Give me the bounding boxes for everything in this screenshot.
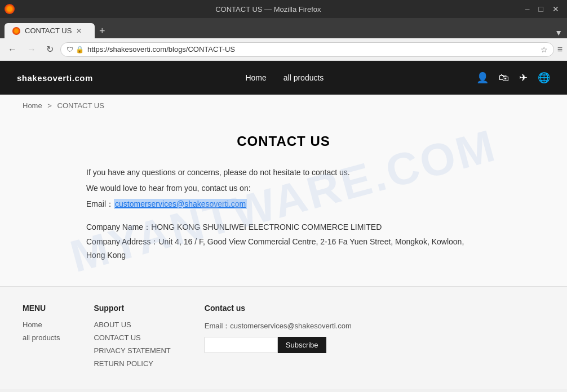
footer-support-title: Support: [94, 304, 170, 313]
breadcrumb-current: CONTACT US: [57, 101, 104, 110]
footer-privacy-link[interactable]: PRIVACY STATEMENT: [94, 346, 170, 355]
subscribe-row: Subscribe: [205, 337, 352, 353]
maximize-button[interactable]: □: [535, 3, 547, 15]
company-name-value: HONG KONG SHUNLIWEI ELECTRONIC COMMERCE …: [151, 222, 382, 231]
lock-icon: 🔒: [76, 46, 84, 54]
breadcrumb-home-link[interactable]: Home: [23, 101, 42, 110]
site-header: shakesoverti.com Home all products 👤 🛍 ✈…: [0, 61, 567, 95]
footer-menu-home[interactable]: Home: [23, 320, 60, 329]
website: shakesoverti.com Home all products 👤 🛍 ✈…: [0, 61, 567, 389]
new-tab-button[interactable]: +: [95, 25, 110, 37]
url-display[interactable]: https://shakesoverti.com/blogs/CONTACT-U…: [87, 45, 537, 54]
shield-icon: 🛡: [67, 46, 73, 54]
main-content: CONTACT US If you have any questions or …: [0, 117, 567, 286]
company-name-line: Company Name：HONG KONG SHUNLIWEI ELECTRO…: [86, 221, 481, 234]
footer-return-link[interactable]: RETURN POLICY: [94, 359, 170, 368]
page-title: CONTACT US: [23, 133, 544, 149]
bookmark-star-icon[interactable]: ☆: [541, 45, 548, 54]
footer-contact-title: Contact us: [205, 304, 352, 313]
email-value-link[interactable]: customerservices@shakesoverti.com: [114, 199, 247, 209]
footer-about-link[interactable]: ABOUT US: [94, 320, 170, 329]
breadcrumb: Home > CONTACT US: [0, 95, 567, 117]
site-footer: MENU Home all products Support ABOUT US …: [0, 286, 567, 389]
firefox-icon: [5, 4, 15, 14]
nav-products-link[interactable]: all products: [284, 73, 324, 82]
footer-contact-col: Contact us Email：customerservices@shakes…: [205, 304, 352, 372]
address-bar[interactable]: 🛡 🔒 https://shakesoverti.com/blogs/CONTA…: [60, 42, 554, 57]
contact-body: If you have any questions or concerns, p…: [86, 166, 481, 262]
company-block: Company Name：HONG KONG SHUNLIWEI ELECTRO…: [86, 221, 481, 262]
bag-icon[interactable]: 🛍: [499, 72, 509, 84]
nav-bar: ← → ↻ 🛡 🔒 https://shakesoverti.com/blogs…: [0, 38, 567, 61]
window-controls[interactable]: – □ ✕: [522, 3, 562, 15]
globe-icon[interactable]: 🌐: [538, 72, 550, 84]
email-label: Email：: [86, 199, 114, 208]
footer-email-label: Email：: [205, 322, 231, 330]
tab-bar: CONTACT US ✕ + ▼: [0, 18, 567, 38]
footer-support-col: Support ABOUT US CONTACT US PRIVACY STAT…: [94, 304, 170, 372]
footer-menu-title: MENU: [23, 304, 60, 313]
tab-favicon: [12, 27, 20, 35]
subscribe-button[interactable]: Subscribe: [278, 337, 326, 353]
tab-overflow-button[interactable]: ▼: [555, 28, 562, 37]
site-nav: Home all products: [245, 73, 324, 82]
browser-menu-button[interactable]: ≡: [557, 44, 562, 55]
main-content-area: MYANTWARE.COM CONTACT US If you have any…: [0, 117, 567, 286]
footer-menu-col: MENU Home all products: [23, 304, 60, 372]
nav-home-link[interactable]: Home: [245, 73, 266, 82]
breadcrumb-separator: >: [47, 101, 52, 110]
header-icons: 👤 🛍 ✈ 🌐: [476, 72, 550, 84]
close-button[interactable]: ✕: [549, 3, 562, 15]
active-tab[interactable]: CONTACT US ✕: [5, 23, 95, 38]
share-icon[interactable]: ✈: [519, 72, 528, 84]
reload-button[interactable]: ↻: [43, 43, 57, 56]
subscribe-input[interactable]: [205, 337, 278, 353]
email-line: Email：customerservices@shakesoverti.com: [86, 198, 481, 211]
tab-close-button[interactable]: ✕: [76, 27, 82, 35]
company-address-label: Company Address：: [86, 237, 158, 246]
browser-chrome: CONTACT US — Mozilla Firefox – □ ✕ CONTA…: [0, 0, 567, 61]
company-address-line: Company Address：Unit 4, 16 / F, Good Vie…: [86, 235, 481, 262]
tab-label: CONTACT US: [25, 26, 72, 35]
window-title: CONTACT US — Mozilla Firefox: [15, 5, 522, 14]
footer-contact-email: Email：customerservices@shakesoverti.com: [205, 320, 352, 332]
minimize-button[interactable]: –: [522, 3, 533, 15]
company-name-label: Company Name：: [86, 222, 151, 231]
back-button[interactable]: ←: [5, 43, 20, 56]
site-logo: shakesoverti.com: [17, 73, 93, 83]
account-icon[interactable]: 👤: [476, 72, 489, 84]
footer-email-value: customerservices@shakesoverti.com: [230, 322, 351, 330]
footer-contact-link[interactable]: CONTACT US: [94, 333, 170, 342]
security-icons: 🛡 🔒: [67, 46, 84, 54]
title-bar: CONTACT US — Mozilla Firefox – □ ✕: [0, 0, 567, 18]
forward-button[interactable]: →: [24, 43, 39, 56]
intro-line-2: We would love to hear from you, contact …: [86, 182, 481, 195]
footer-menu-products[interactable]: all products: [23, 333, 60, 342]
intro-line-1: If you have any questions or concerns, p…: [86, 166, 481, 180]
